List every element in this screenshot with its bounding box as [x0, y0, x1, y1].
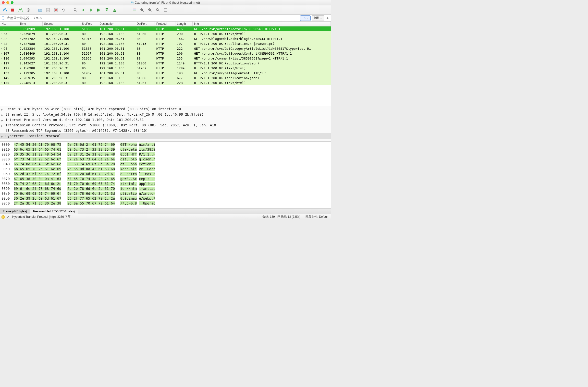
- hex-line[interactable]: 000047 45 54 20 2f 70 68 75 6e 78 6d 2f …: [1, 142, 329, 147]
- packet-row[interactable]: 1272.156980101.200.96.3180192.168.1.1005…: [0, 66, 331, 71]
- packet-row[interactable]: 1452.207635101.200.96.3180192.168.1.1005…: [0, 75, 331, 80]
- window-title: Capturing from Wi-Fi: en0 (host blog.csd…: [0, 1, 331, 4]
- hex-line[interactable]: 008078 74 2f 68 74 6d 6c 2c 61 70 70 6c …: [1, 181, 329, 186]
- hex-line[interactable]: 002030 35 36 31 20 48 54 54 50 2f 31 2e …: [1, 152, 329, 157]
- svg-line-24: [150, 10, 151, 12]
- svg-point-2: [28, 10, 29, 11]
- bookmark-icon[interactable]: [1, 16, 5, 20]
- go-first-button[interactable]: [103, 7, 110, 14]
- svg-rect-5: [47, 10, 49, 10]
- go-last-button[interactable]: [111, 7, 118, 14]
- hex-line[interactable]: 00c02f 2a 3b 71 3d 30 2e 38 0d 0a 55 70 …: [1, 201, 329, 206]
- svg-line-20: [142, 10, 144, 12]
- col-time[interactable]: Time: [18, 21, 43, 26]
- apply-filter-button[interactable]: ▾: [300, 15, 311, 21]
- svg-rect-18: [133, 11, 136, 11]
- detail-node[interactable]: ▶Hypertext Transfer Protocol: [0, 133, 331, 139]
- packet-row[interactable]: 1552.248513101.200.96.3180192.168.1.1005…: [0, 80, 331, 85]
- packet-row[interactable]: 820.661782192.168.1.10051913101.200.96.3…: [0, 36, 331, 41]
- svg-rect-17: [133, 10, 136, 10]
- close-file-button[interactable]: [52, 7, 59, 14]
- packet-list-header[interactable]: No. Time Source SrcPort Destination DstP…: [0, 21, 331, 26]
- zoom-in-button[interactable]: [139, 7, 146, 14]
- packet-row[interactable]: 1162.090393192.168.1.10051966101.200.96.…: [0, 56, 331, 61]
- expression-label: 例外...: [314, 16, 322, 20]
- add-filter-button[interactable]: +: [325, 16, 330, 20]
- svg-point-8: [74, 9, 76, 11]
- svg-line-27: [158, 10, 159, 12]
- svg-rect-29: [164, 9, 167, 12]
- go-to-packet-button[interactable]: [96, 7, 103, 14]
- window-title-text: Capturing from Wi-Fi: en0 (host blog.csd…: [135, 1, 200, 4]
- col-info[interactable]: Info: [192, 21, 331, 26]
- edit-icon[interactable]: [6, 215, 10, 219]
- packet-row[interactable]: 880.727588101.200.96.3180192.168.1.10051…: [0, 41, 331, 46]
- hex-line[interactable]: 006065 2d 43 6f 6e 74 72 6f 6c 3a 20 6d …: [1, 171, 329, 176]
- hex-line[interactable]: 004065 74 0d 0a 43 6f 6e 6e 65 63 74 69 …: [1, 162, 329, 166]
- go-forward-button[interactable]: [88, 7, 95, 14]
- colorize-button[interactable]: [131, 7, 138, 14]
- detail-node[interactable]: ▶Internet Protocol Version 4, Src: 192.1…: [0, 117, 331, 122]
- col-dstport[interactable]: DstPort: [135, 21, 155, 26]
- svg-rect-4: [47, 9, 49, 9]
- tab-frame-bytes[interactable]: Frame (476 bytes): [0, 209, 30, 214]
- packet-row[interactable]: 80.058989192.168.1.10051860101.200.96.31…: [0, 26, 331, 31]
- hex-line[interactable]: 00506b 65 65 70 2d 61 6c 69 76 65 0d 0a …: [1, 166, 329, 171]
- packet-row[interactable]: 1172.143627101.200.96.3180192.168.1.1005…: [0, 61, 331, 66]
- detail-node[interactable]: ▶Ethernet II, Src: Apple_ad:54:8e (60:f8…: [0, 112, 331, 117]
- col-length[interactable]: Length: [175, 21, 192, 26]
- status-bar: Hypertext Transfer Protocol (http), 3266…: [0, 214, 331, 220]
- title-bar: Capturing from Wi-Fi: en0 (host blog.csd…: [0, 0, 331, 5]
- expert-info-button[interactable]: [1, 215, 5, 219]
- packet-details-pane[interactable]: ▶Frame 8: 476 bytes on wire (3808 bits),…: [0, 106, 331, 142]
- status-packets: 分组: 159 · 已显示: 12 (7.5%): [260, 214, 303, 220]
- hex-line[interactable]: 001063 6c 65 2f 64 65 74 61 69 6c 73 2f …: [1, 147, 329, 152]
- resize-columns-button[interactable]: [162, 7, 169, 14]
- svg-rect-6: [47, 10, 49, 11]
- col-srcport[interactable]: SrcPort: [80, 21, 98, 26]
- col-source[interactable]: Source: [43, 21, 80, 26]
- packet-list-pane[interactable]: No. Time Source SrcPort Destination DstP…: [0, 21, 331, 106]
- capture-options-button[interactable]: [25, 7, 32, 14]
- col-destination[interactable]: Destination: [98, 21, 135, 26]
- col-protocol[interactable]: Protocol: [155, 21, 175, 26]
- bytes-tabs: Frame (476 bytes) Reassembled TCP (3266 …: [0, 209, 331, 214]
- svg-text:1: 1: [157, 9, 158, 11]
- svg-rect-0: [11, 9, 14, 12]
- svg-line-9: [76, 10, 77, 12]
- packet-row[interactable]: 1332.179305192.168.1.10051967101.200.96.…: [0, 71, 331, 75]
- reload-button[interactable]: [60, 7, 67, 14]
- main-toolbar: 1: [0, 5, 331, 15]
- zoom-out-button[interactable]: [147, 7, 153, 14]
- expression-button[interactable]: 例外...: [312, 15, 324, 21]
- stop-capture-button[interactable]: [9, 7, 16, 14]
- zoom-reset-button[interactable]: 1: [154, 7, 161, 14]
- hex-line[interactable]: 00b030 2e 39 2c 69 6d 61 67 65 2f 77 65 …: [1, 196, 329, 201]
- find-button[interactable]: [72, 7, 79, 14]
- hex-line[interactable]: 00a070 6c 69 63 61 74 69 6f 6e 2f 78 6d …: [1, 191, 329, 196]
- status-left: Hypertext Transfer Protocol (http), 3266…: [11, 215, 260, 219]
- col-no[interactable]: No.: [0, 21, 18, 26]
- status-profile[interactable]: 配置文件: Default: [303, 214, 331, 220]
- detail-node[interactable]: [3 Reassembled TCP Segments (3266 bytes)…: [0, 128, 331, 133]
- open-file-button[interactable]: [37, 7, 44, 14]
- display-filter-input[interactable]: [6, 16, 299, 20]
- save-file-button[interactable]: [44, 7, 51, 14]
- go-back-button[interactable]: [80, 7, 87, 14]
- packet-row[interactable]: 1072.086409192.168.1.10051967101.200.96.…: [0, 51, 331, 56]
- detail-node[interactable]: ▶Frame 8: 476 bytes on wire (3808 bits),…: [0, 106, 331, 112]
- start-capture-button[interactable]: [1, 7, 8, 14]
- packet-row[interactable]: 942.022284192.168.1.10051860101.200.96.3…: [0, 46, 331, 51]
- hex-line[interactable]: 007067 65 3d 30 0d 0a 41 63 63 65 70 74 …: [1, 176, 329, 181]
- hex-line[interactable]: 009069 6f 6e 2f 78 68 74 6d 6c 2b 78 6d …: [1, 186, 329, 191]
- display-filter-bar: ▾ 例外... +: [0, 15, 331, 21]
- detail-node[interactable]: ▶Transmission Control Protocol, Src Port…: [0, 122, 331, 128]
- packet-bytes-pane[interactable]: 000047 45 54 20 2f 70 68 75 6e 78 6d 2f …: [0, 142, 331, 209]
- packet-row[interactable]: 630.539879101.200.96.3180192.168.1.10051…: [0, 31, 331, 36]
- wireshark-icon: [131, 1, 134, 4]
- auto-scroll-button[interactable]: [119, 7, 126, 14]
- tab-reassembled-bytes[interactable]: Reassembled TCP (3266 bytes): [30, 209, 78, 214]
- hex-line[interactable]: 00306f 73 74 3a 20 62 6c 6f 67 2e 63 73 …: [1, 157, 329, 162]
- restart-capture-button[interactable]: [17, 7, 24, 14]
- svg-rect-16: [133, 9, 136, 9]
